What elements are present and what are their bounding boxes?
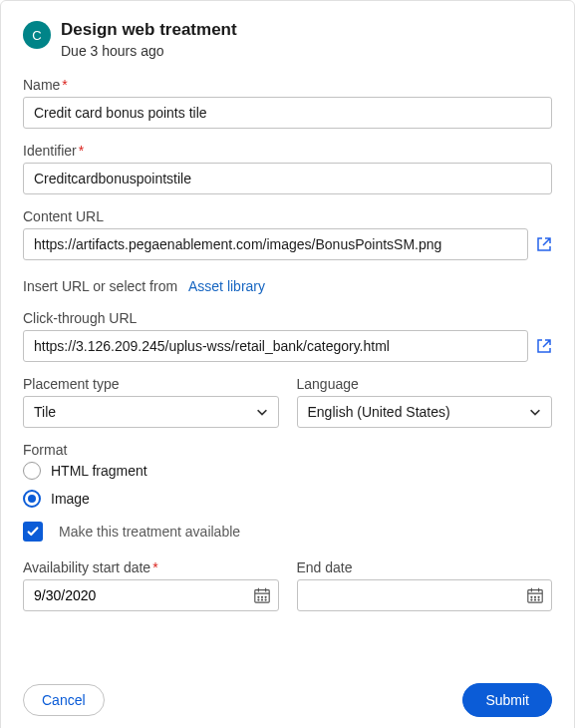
field-language: Language English (United States): [297, 376, 553, 428]
svg-point-11: [531, 599, 532, 600]
asset-library-link[interactable]: Asset library: [188, 278, 265, 294]
svg-point-4: [257, 599, 258, 600]
end-date-label: End date: [297, 559, 553, 575]
page-title: Design web treatment: [61, 19, 552, 41]
radio-image-label: Image: [51, 491, 90, 507]
identifier-label: Identifier*: [23, 143, 552, 159]
svg-point-3: [265, 596, 266, 597]
identifier-input[interactable]: [23, 163, 552, 194]
svg-point-2: [261, 596, 262, 597]
external-link-icon[interactable]: [536, 236, 552, 252]
svg-point-1: [257, 596, 258, 597]
svg-point-10: [538, 596, 539, 597]
calendar-icon[interactable]: [526, 586, 544, 604]
content-url-label: Content URL: [23, 208, 552, 224]
submit-button[interactable]: Submit: [462, 683, 552, 717]
header-text: Design web treatment Due 3 hours ago: [61, 19, 552, 59]
svg-point-8: [531, 596, 532, 597]
svg-point-5: [261, 599, 262, 600]
format-option-image[interactable]: Image: [23, 490, 552, 508]
field-start-date: Availability start date*: [23, 559, 279, 611]
header: C Design web treatment Due 3 hours ago: [23, 19, 552, 59]
available-checkbox[interactable]: [23, 522, 43, 542]
field-click-url: Click-through URL: [23, 310, 552, 362]
radio-html[interactable]: [23, 462, 41, 480]
start-date-input[interactable]: [23, 579, 279, 611]
name-input[interactable]: [23, 97, 552, 129]
name-label-text: Name: [23, 77, 60, 93]
field-content-url: Content URL: [23, 208, 552, 260]
field-name: Name*: [23, 77, 552, 129]
language-label: Language: [297, 376, 553, 392]
language-select[interactable]: English (United States): [297, 396, 553, 428]
avatar: C: [23, 21, 51, 49]
placement-label: Placement type: [23, 376, 279, 392]
asset-hint-prefix: Insert URL or select from: [23, 278, 177, 294]
footer: Cancel Submit: [23, 683, 552, 717]
field-format: Format HTML fragment Image: [23, 442, 552, 508]
svg-point-9: [534, 596, 535, 597]
available-label: Make this treatment available: [59, 524, 240, 540]
end-date-input[interactable]: [297, 579, 553, 611]
spacer: [23, 625, 552, 675]
content-url-input[interactable]: [23, 228, 528, 260]
identifier-label-text: Identifier: [23, 143, 77, 159]
radio-image[interactable]: [23, 490, 41, 508]
start-date-label-text: Availability start date: [23, 559, 150, 575]
placement-select[interactable]: Tile: [23, 396, 279, 428]
cancel-button[interactable]: Cancel: [23, 684, 105, 716]
format-label: Format: [23, 442, 552, 458]
field-placement: Placement type Tile: [23, 376, 279, 428]
due-subtitle: Due 3 hours ago: [61, 43, 552, 59]
field-identifier: Identifier*: [23, 143, 552, 194]
check-icon: [26, 525, 40, 539]
calendar-icon[interactable]: [253, 586, 271, 604]
external-link-icon[interactable]: [536, 338, 552, 354]
radio-html-label: HTML fragment: [51, 463, 147, 479]
svg-point-13: [538, 599, 539, 600]
format-option-html[interactable]: HTML fragment: [23, 462, 552, 480]
click-url-input[interactable]: [23, 330, 528, 362]
name-label: Name*: [23, 77, 552, 93]
click-url-label: Click-through URL: [23, 310, 552, 326]
start-date-label: Availability start date*: [23, 559, 279, 575]
required-asterisk: *: [152, 559, 157, 575]
field-end-date: End date: [297, 559, 553, 611]
asset-hint: Insert URL or select from Asset library: [23, 278, 552, 294]
form-card: C Design web treatment Due 3 hours ago N…: [0, 0, 575, 728]
svg-point-6: [265, 599, 266, 600]
required-asterisk: *: [62, 77, 67, 93]
svg-point-12: [534, 599, 535, 600]
available-row[interactable]: Make this treatment available: [23, 522, 552, 542]
required-asterisk: *: [79, 143, 84, 159]
